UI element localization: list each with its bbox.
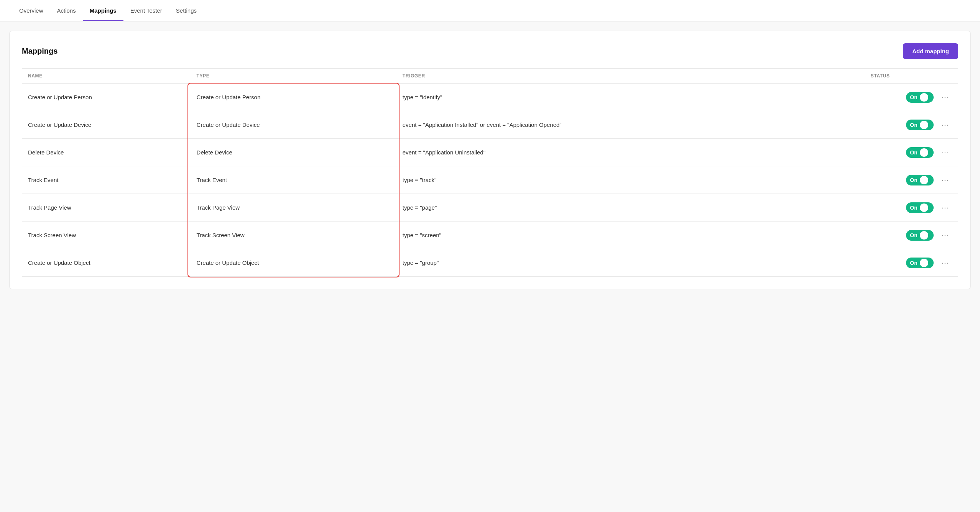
toggle-5[interactable]: On (906, 230, 934, 241)
table-row: Create or Update Person Create or Update… (22, 84, 958, 111)
toggle-label-6: On (910, 260, 917, 266)
more-menu-button-6[interactable]: ··· (938, 257, 952, 269)
toggle-3[interactable]: On (906, 175, 934, 185)
cell-type-1: Create or Update Device (191, 111, 396, 139)
cell-type-5: Track Screen View (191, 222, 396, 249)
cell-trigger-0: type = "identify" (396, 84, 865, 111)
page-container: Overview Actions Mappings Event Tester S… (0, 0, 980, 512)
toggle-label-4: On (910, 205, 917, 211)
toggle-4[interactable]: On (906, 202, 934, 213)
cell-trigger-4: type = "page" (396, 194, 865, 222)
toggle-knob-3 (920, 176, 928, 184)
nav-item-event-tester[interactable]: Event Tester (123, 0, 169, 21)
table-row: Create or Update Device Create or Update… (22, 111, 958, 139)
mappings-table: NAME TYPE TRIGGER STATUS Create or Updat… (22, 68, 958, 277)
toggle-knob-2 (920, 148, 928, 157)
cell-name-1: Create or Update Device (22, 111, 191, 139)
cell-status-4: On ··· (865, 194, 958, 222)
nav-item-overview[interactable]: Overview (12, 0, 50, 21)
more-menu-button-1[interactable]: ··· (938, 119, 952, 131)
table-row: Track Event Track Event type = "track" O… (22, 166, 958, 194)
nav-item-settings[interactable]: Settings (169, 0, 204, 21)
col-header-status: STATUS (865, 69, 958, 84)
toggle-6[interactable]: On (906, 258, 934, 268)
add-mapping-button[interactable]: Add mapping (903, 43, 958, 59)
cell-name-4: Track Page View (22, 194, 191, 222)
cell-status-5: On ··· (865, 222, 958, 249)
table-row: Track Screen View Track Screen View type… (22, 222, 958, 249)
table-row: Track Page View Track Page View type = "… (22, 194, 958, 222)
toggle-1[interactable]: On (906, 120, 934, 130)
toggle-knob-1 (920, 121, 928, 129)
more-menu-button-0[interactable]: ··· (938, 91, 952, 103)
toggle-knob-6 (920, 259, 928, 267)
table-row: Create or Update Object Create or Update… (22, 249, 958, 277)
cell-status-1: On ··· (865, 111, 958, 139)
nav-item-actions[interactable]: Actions (50, 0, 83, 21)
table-header-row: NAME TYPE TRIGGER STATUS (22, 69, 958, 84)
col-header-name: NAME (22, 69, 191, 84)
cell-status-6: On ··· (865, 249, 958, 277)
toggle-knob-0 (920, 93, 928, 102)
cell-name-2: Delete Device (22, 139, 191, 166)
more-menu-button-3[interactable]: ··· (938, 174, 952, 186)
table-wrapper: NAME TYPE TRIGGER STATUS Create or Updat… (22, 68, 958, 277)
cell-trigger-3: type = "track" (396, 166, 865, 194)
cell-type-6: Create or Update Object (191, 249, 396, 277)
cell-type-0: Create or Update Person (191, 84, 396, 111)
table-row: Delete Device Delete Device event = "App… (22, 139, 958, 166)
cell-trigger-5: type = "screen" (396, 222, 865, 249)
cell-trigger-1: event = "Application Installed" or event… (396, 111, 865, 139)
toggle-label-1: On (910, 122, 917, 128)
page-header: Mappings Add mapping (22, 43, 958, 59)
cell-trigger-6: type = "group" (396, 249, 865, 277)
page-title: Mappings (22, 47, 58, 56)
toggle-label-0: On (910, 94, 917, 100)
more-menu-button-4[interactable]: ··· (938, 202, 952, 213)
col-header-trigger: TRIGGER (396, 69, 865, 84)
cell-type-4: Track Page View (191, 194, 396, 222)
cell-status-3: On ··· (865, 166, 958, 194)
cell-status-0: On ··· (865, 84, 958, 111)
toggle-knob-5 (920, 231, 928, 240)
cell-status-2: On ··· (865, 139, 958, 166)
toggle-label-2: On (910, 149, 917, 156)
cell-type-2: Delete Device (191, 139, 396, 166)
more-menu-button-5[interactable]: ··· (938, 229, 952, 241)
cell-trigger-2: event = "Application Uninstalled" (396, 139, 865, 166)
more-menu-button-2[interactable]: ··· (938, 146, 952, 158)
toggle-knob-4 (920, 203, 928, 212)
cell-name-3: Track Event (22, 166, 191, 194)
col-header-type: TYPE (191, 69, 396, 84)
main-content: Mappings Add mapping NAME TYPE TRIGGER S… (9, 31, 971, 289)
top-nav: Overview Actions Mappings Event Tester S… (0, 0, 980, 21)
toggle-2[interactable]: On (906, 147, 934, 158)
cell-type-3: Track Event (191, 166, 396, 194)
nav-item-mappings[interactable]: Mappings (83, 0, 123, 21)
toggle-0[interactable]: On (906, 92, 934, 103)
cell-name-5: Track Screen View (22, 222, 191, 249)
toggle-label-5: On (910, 232, 917, 238)
toggle-label-3: On (910, 177, 917, 183)
cell-name-0: Create or Update Person (22, 84, 191, 111)
cell-name-6: Create or Update Object (22, 249, 191, 277)
